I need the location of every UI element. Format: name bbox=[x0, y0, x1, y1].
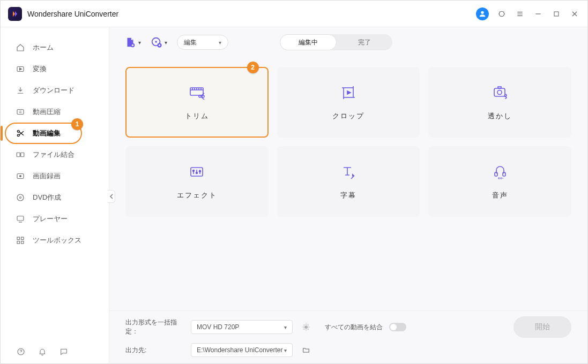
sidebar-item-download[interactable]: ダウンロード bbox=[1, 80, 109, 101]
card-label: エフェクト bbox=[177, 191, 217, 200]
edit-type-select[interactable]: 編集 ▾ bbox=[177, 35, 228, 50]
svg-point-1 bbox=[499, 11, 504, 16]
sidebar-item-home[interactable]: ホーム bbox=[1, 37, 109, 58]
svg-rect-17 bbox=[21, 241, 24, 244]
sidebar-item-edit[interactable]: 動画編集 1 bbox=[1, 123, 109, 144]
maximize-button[interactable] bbox=[551, 9, 562, 19]
tab-done[interactable]: 完了 bbox=[337, 34, 392, 50]
convert-icon bbox=[16, 64, 25, 74]
subtitle-icon bbox=[339, 163, 358, 181]
svg-point-31 bbox=[193, 170, 195, 172]
toolbox-icon bbox=[16, 236, 25, 245]
merge-all-label: すべての動画を結合 bbox=[325, 323, 383, 332]
svg-point-25 bbox=[202, 95, 204, 97]
card-watermark[interactable]: 透かし bbox=[428, 67, 571, 138]
start-button[interactable]: 開始 bbox=[513, 316, 571, 338]
svg-point-10 bbox=[20, 176, 21, 177]
compress-icon bbox=[16, 107, 25, 117]
format-settings-button[interactable] bbox=[299, 320, 313, 334]
edit-tools-grid: 2 トリム クロップ 透かし エフェクト 字幕 音声 bbox=[109, 57, 587, 310]
card-label: 透かし bbox=[488, 111, 512, 121]
status-segmented: 編集中 完了 bbox=[280, 34, 392, 50]
menu-icon[interactable] bbox=[515, 9, 525, 19]
svg-point-0 bbox=[481, 11, 483, 13]
card-label: 字幕 bbox=[340, 191, 356, 200]
home-icon bbox=[16, 43, 25, 52]
toolbar: ▾ ▾ 編集 ▾ 編集中 完了 bbox=[109, 27, 587, 57]
chevron-down-icon: ▾ bbox=[219, 40, 221, 46]
card-label: クロップ bbox=[332, 111, 364, 121]
add-file-button[interactable]: ▾ bbox=[124, 36, 141, 48]
output-format-label: 出力形式を一括指定： bbox=[125, 318, 184, 336]
svg-rect-7 bbox=[17, 153, 20, 157]
bell-icon[interactable] bbox=[37, 346, 48, 357]
card-audio[interactable]: 音声 bbox=[428, 146, 571, 217]
svg-rect-4 bbox=[17, 110, 24, 115]
sidebar-item-record[interactable]: 画面録画 bbox=[1, 165, 109, 187]
sidebar: ホーム 変換 ダウンロード 動画圧縮 動画編集 1 ファイル結合 画面録画 bbox=[1, 27, 109, 364]
sidebar-item-label: 動画圧縮 bbox=[33, 107, 61, 117]
sidebar-item-label: プレーヤー bbox=[33, 214, 68, 224]
output-dest-label: 出力先: bbox=[125, 346, 184, 355]
svg-point-12 bbox=[20, 197, 21, 199]
add-disc-icon bbox=[151, 36, 162, 48]
card-effect[interactable]: エフェクト bbox=[125, 146, 269, 217]
svg-point-32 bbox=[196, 172, 198, 174]
svg-point-36 bbox=[305, 326, 307, 328]
output-dest-select[interactable]: E:\Wondershare UniConverter ▾ bbox=[191, 343, 293, 357]
svg-point-21 bbox=[155, 41, 157, 43]
effect-icon bbox=[188, 163, 206, 181]
svg-point-11 bbox=[17, 194, 24, 201]
sidebar-item-merge[interactable]: ファイル結合 bbox=[1, 144, 109, 165]
sidebar-collapse-handle[interactable] bbox=[108, 190, 115, 203]
minimize-button[interactable] bbox=[533, 9, 544, 19]
svg-point-24 bbox=[199, 95, 201, 97]
sidebar-item-compress[interactable]: 動画圧縮 bbox=[1, 101, 109, 123]
svg-rect-16 bbox=[17, 241, 20, 244]
account-avatar[interactable] bbox=[476, 7, 489, 20]
sidebar-item-label: 変換 bbox=[33, 64, 47, 74]
sidebar-item-dvd[interactable]: DVD作成 bbox=[1, 187, 109, 208]
open-folder-button[interactable] bbox=[299, 343, 313, 357]
merge-all-toggle[interactable] bbox=[389, 323, 406, 331]
trim-icon bbox=[188, 84, 206, 102]
sidebar-item-toolbox[interactable]: ツールボックス bbox=[1, 230, 109, 251]
sidebar-item-label: 画面録画 bbox=[33, 171, 61, 181]
card-subtitle[interactable]: 字幕 bbox=[277, 146, 420, 217]
help-icon[interactable] bbox=[16, 346, 26, 357]
sidebar-item-label: ダウンロード bbox=[33, 86, 75, 95]
feedback-icon[interactable] bbox=[58, 346, 69, 357]
card-trim[interactable]: 2 トリム bbox=[125, 67, 269, 138]
card-crop[interactable]: クロップ bbox=[277, 67, 420, 138]
chevron-down-icon: ▾ bbox=[284, 347, 287, 353]
sidebar-item-label: ツールボックス bbox=[33, 236, 81, 245]
svg-rect-14 bbox=[17, 237, 20, 240]
chevron-down-icon: ▾ bbox=[165, 40, 167, 46]
close-button[interactable] bbox=[569, 9, 580, 19]
svg-rect-27 bbox=[494, 88, 505, 96]
chevron-down-icon: ▾ bbox=[138, 40, 141, 46]
sidebar-item-label: DVD作成 bbox=[33, 193, 61, 202]
svg-rect-15 bbox=[21, 237, 24, 240]
support-icon[interactable] bbox=[496, 9, 507, 19]
add-file-icon bbox=[124, 36, 136, 48]
add-disc-button[interactable]: ▾ bbox=[151, 36, 167, 48]
card-label: トリム bbox=[185, 111, 209, 121]
annotation-badge-1: 1 bbox=[71, 118, 83, 130]
svg-rect-2 bbox=[554, 12, 559, 16]
sidebar-item-convert[interactable]: 変換 bbox=[1, 58, 109, 80]
sidebar-item-label: ホーム bbox=[33, 43, 54, 52]
content-area: ▾ ▾ 編集 ▾ 編集中 完了 2 トリム bbox=[109, 27, 587, 364]
watermark-icon bbox=[491, 84, 509, 102]
download-icon bbox=[16, 86, 25, 95]
svg-point-28 bbox=[497, 90, 502, 95]
app-title: Wondershare UniConverter bbox=[27, 10, 118, 18]
output-format-select[interactable]: MOV HD 720P ▾ bbox=[191, 320, 293, 334]
svg-rect-29 bbox=[498, 87, 501, 88]
record-icon bbox=[16, 171, 25, 181]
output-format-value: MOV HD 720P bbox=[197, 323, 239, 331]
sidebar-item-player[interactable]: プレーヤー bbox=[1, 208, 109, 230]
svg-rect-13 bbox=[17, 216, 24, 221]
audio-icon bbox=[491, 163, 509, 181]
tab-editing[interactable]: 編集中 bbox=[280, 34, 337, 50]
